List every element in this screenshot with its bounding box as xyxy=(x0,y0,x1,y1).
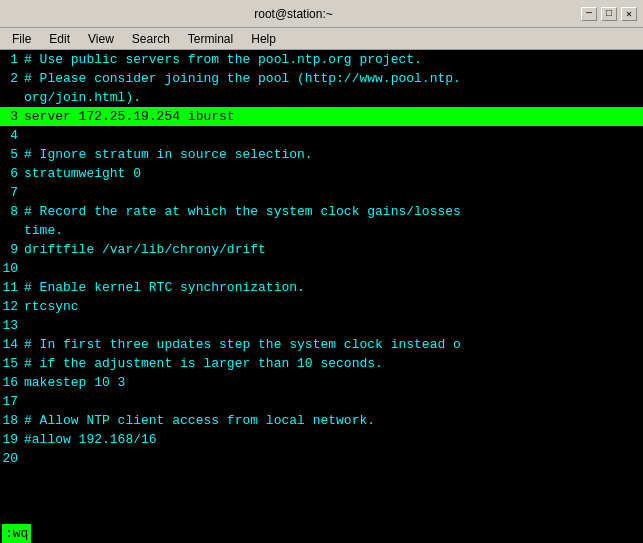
editor-line: 4 xyxy=(0,126,643,145)
menu-help[interactable]: Help xyxy=(243,30,284,48)
line-content: time. xyxy=(22,221,643,240)
editor-line: time. xyxy=(0,221,643,240)
line-content xyxy=(22,392,643,411)
line-content: #allow 192.168/16 xyxy=(22,430,643,449)
line-content: # Record the rate at which the system cl… xyxy=(22,202,643,221)
editor-line: 20 xyxy=(0,449,643,468)
editor-line: org/join.html). xyxy=(0,88,643,107)
editor-line: 3server 172.25.19.254 iburst xyxy=(0,107,643,126)
menu-search[interactable]: Search xyxy=(124,30,178,48)
line-content: # Use public servers from the pool.ntp.o… xyxy=(22,50,643,69)
line-content: server 172.25.19.254 iburst xyxy=(22,107,643,126)
close-button[interactable]: ✕ xyxy=(621,7,637,21)
line-number: 1 xyxy=(0,50,22,69)
menu-view[interactable]: View xyxy=(80,30,122,48)
line-content: # Ignore stratum in source selection. xyxy=(22,145,643,164)
editor-line: 17 xyxy=(0,392,643,411)
line-content: # if the adjustment is larger than 10 se… xyxy=(22,354,643,373)
title-bar: root@station:~ ─ □ ✕ xyxy=(0,0,643,28)
line-content: # Please consider joining the pool (http… xyxy=(22,69,643,88)
line-content: # In first three updates step the system… xyxy=(22,335,643,354)
editor-line: 2# Please consider joining the pool (htt… xyxy=(0,69,643,88)
line-number: 2 xyxy=(0,69,22,88)
line-number: 6 xyxy=(0,164,22,183)
line-content xyxy=(22,126,643,145)
editor-line: 12rtcsync xyxy=(0,297,643,316)
line-number: 12 xyxy=(0,297,22,316)
editor-line: 14# In first three updates step the syst… xyxy=(0,335,643,354)
editor-line: 6stratumweight 0 xyxy=(0,164,643,183)
editor-line: 10 xyxy=(0,259,643,278)
editor-line: 19#allow 192.168/16 xyxy=(0,430,643,449)
line-content xyxy=(22,259,643,278)
line-number: 4 xyxy=(0,126,22,145)
line-number: 14 xyxy=(0,335,22,354)
menu-terminal[interactable]: Terminal xyxy=(180,30,241,48)
line-number: 19 xyxy=(0,430,22,449)
line-number: 15 xyxy=(0,354,22,373)
maximize-button[interactable]: □ xyxy=(601,7,617,21)
line-number: 11 xyxy=(0,278,22,297)
line-number: 10 xyxy=(0,259,22,278)
status-line: :wq xyxy=(0,524,643,543)
line-content: driftfile /var/lib/chrony/drift xyxy=(22,240,643,259)
line-number xyxy=(0,88,22,107)
line-number: 13 xyxy=(0,316,22,335)
editor-line: 9driftfile /var/lib/chrony/drift xyxy=(0,240,643,259)
editor-line: 8# Record the rate at which the system c… xyxy=(0,202,643,221)
editor-line: 16makestep 10 3 xyxy=(0,373,643,392)
line-number: 18 xyxy=(0,411,22,430)
line-content: org/join.html). xyxy=(22,88,643,107)
line-content: stratumweight 0 xyxy=(22,164,643,183)
line-number: 5 xyxy=(0,145,22,164)
editor-line: 13 xyxy=(0,316,643,335)
terminal[interactable]: 1# Use public servers from the pool.ntp.… xyxy=(0,50,643,543)
menu-bar: File Edit View Search Terminal Help xyxy=(0,28,643,50)
line-content: rtcsync xyxy=(22,297,643,316)
minimize-button[interactable]: ─ xyxy=(581,7,597,21)
window-controls: ─ □ ✕ xyxy=(581,7,637,21)
window-title: root@station:~ xyxy=(6,7,581,21)
editor-line: 15# if the adjustment is larger than 10 … xyxy=(0,354,643,373)
line-content: # Enable kernel RTC synchronization. xyxy=(22,278,643,297)
line-number xyxy=(0,221,22,240)
line-content: # Allow NTP client access from local net… xyxy=(22,411,643,430)
line-number: 7 xyxy=(0,183,22,202)
editor-line: 7 xyxy=(0,183,643,202)
editor-line: 5# Ignore stratum in source selection. xyxy=(0,145,643,164)
line-content: makestep 10 3 xyxy=(22,373,643,392)
line-number: 9 xyxy=(0,240,22,259)
menu-file[interactable]: File xyxy=(4,30,39,48)
status-command: :wq xyxy=(2,524,31,543)
line-content xyxy=(22,449,643,468)
editor-line: 1# Use public servers from the pool.ntp.… xyxy=(0,50,643,69)
editor-line: 11# Enable kernel RTC synchronization. xyxy=(0,278,643,297)
line-content xyxy=(22,316,643,335)
line-number: 20 xyxy=(0,449,22,468)
menu-edit[interactable]: Edit xyxy=(41,30,78,48)
editor-line: 18# Allow NTP client access from local n… xyxy=(0,411,643,430)
line-number: 17 xyxy=(0,392,22,411)
line-number: 3 xyxy=(0,107,22,126)
line-number: 16 xyxy=(0,373,22,392)
line-content xyxy=(22,183,643,202)
line-number: 8 xyxy=(0,202,22,221)
